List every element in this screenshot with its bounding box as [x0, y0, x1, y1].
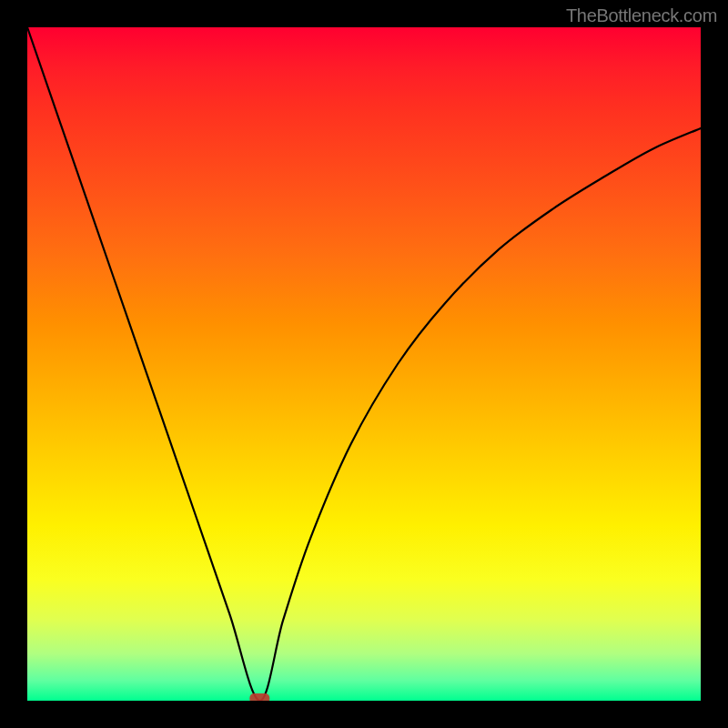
optimal-marker — [249, 693, 269, 701]
curve-svg — [27, 27, 701, 701]
plot-area — [27, 27, 701, 701]
chart-frame: TheBottleneck.com — [0, 0, 728, 728]
watermark-text: TheBottleneck.com — [566, 5, 717, 26]
bottleneck-curve — [27, 27, 701, 701]
